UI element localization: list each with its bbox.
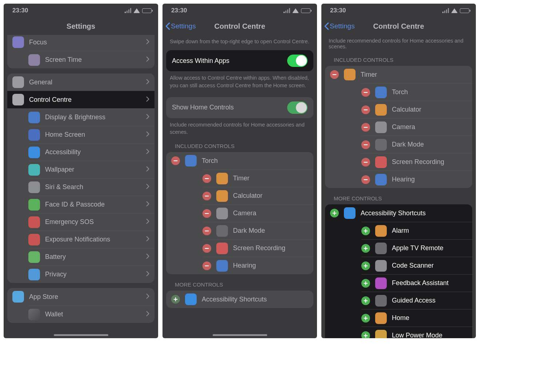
included-row-hearing[interactable]: Hearing <box>361 171 472 188</box>
included-row-calculator[interactable]: Calculator <box>361 101 472 118</box>
remove-button[interactable] <box>202 192 211 200</box>
add-button[interactable] <box>361 244 370 253</box>
more-row-accessibility-shortcuts[interactable]: Accessibility Shortcuts <box>325 204 472 222</box>
more-row-apple-tv-remote[interactable]: Apple TV Remote <box>361 239 472 257</box>
status-time: 23:30 <box>171 7 187 14</box>
show-home-controls-row[interactable]: Show Home Controls <box>166 97 313 118</box>
drag-handle-icon[interactable] <box>459 123 467 131</box>
back-button[interactable]: Settings <box>324 22 355 30</box>
included-row-timer[interactable]: Timer <box>202 169 313 187</box>
included-row-screen-recording[interactable]: Screen Recording <box>202 239 313 257</box>
drag-handle-icon[interactable] <box>459 141 467 148</box>
settings-row-app-store[interactable]: App Store <box>7 288 154 305</box>
chevron-right-icon <box>146 148 149 156</box>
settings-row-focus[interactable]: Focus <box>7 35 154 51</box>
drag-handle-icon[interactable] <box>300 244 308 252</box>
included-row-camera[interactable]: Camera <box>361 118 472 136</box>
add-button[interactable] <box>171 295 180 304</box>
chevron-right-icon <box>146 166 149 173</box>
remove-button[interactable] <box>171 156 180 165</box>
settings-row-exposure-notifications[interactable]: Exposure Notifications <box>28 231 154 248</box>
remove-button[interactable] <box>202 227 211 235</box>
drag-handle-icon[interactable] <box>459 106 467 113</box>
settings-row-screen-time[interactable]: Screen Time <box>28 51 154 68</box>
add-button[interactable] <box>361 227 370 235</box>
settings-row-siri-search[interactable]: Siri & Search <box>28 178 154 196</box>
included-row-dark-mode[interactable]: Dark Mode <box>202 222 313 239</box>
included-row-hearing[interactable]: Hearing <box>202 257 313 274</box>
drag-handle-icon[interactable] <box>300 227 308 235</box>
chevron-right-icon <box>146 311 149 318</box>
included-row-timer[interactable]: Timer <box>325 66 472 83</box>
settings-row-general[interactable]: General <box>7 73 154 91</box>
add-button[interactable] <box>361 296 370 305</box>
add-button[interactable] <box>361 279 370 288</box>
drag-handle-icon[interactable] <box>459 71 467 79</box>
more-row-home[interactable]: Home <box>361 309 472 327</box>
remove-button[interactable] <box>330 70 339 79</box>
more-row-low-power-mode[interactable]: Low Power Mode <box>361 327 472 338</box>
settings-row-emergency-sos[interactable]: Emergency SOS <box>28 213 154 231</box>
remove-button[interactable] <box>361 175 370 184</box>
row-label: Privacy <box>45 271 146 278</box>
settings-row-battery[interactable]: Battery <box>28 248 154 265</box>
settings-row-display-brightness[interactable]: Display & Brightness <box>28 108 154 126</box>
drag-handle-icon[interactable] <box>459 176 467 183</box>
drag-handle-icon[interactable] <box>459 88 467 96</box>
settings-row-accessibility[interactable]: Accessibility <box>28 143 154 161</box>
remove-button[interactable] <box>361 123 370 132</box>
more-row-feedback-assistant[interactable]: Feedback Assistant <box>361 274 472 292</box>
settings-row-face-id-passcode[interactable]: Face ID & Passcode <box>28 196 154 213</box>
remove-button[interactable] <box>361 105 370 114</box>
settings-row-control-centre[interactable]: Control Centre <box>7 91 154 108</box>
included-row-calculator[interactable]: Calculator <box>202 187 313 204</box>
remove-button[interactable] <box>202 209 211 218</box>
settings-row-home-screen[interactable]: Home Screen <box>28 126 154 143</box>
more-row-code-scanner[interactable]: Code Scanner <box>361 257 472 274</box>
included-row-torch[interactable]: Torch <box>361 83 472 101</box>
remove-button[interactable] <box>361 140 370 149</box>
hearing-icon <box>216 260 228 272</box>
included-row-screen-recording[interactable]: Screen Recording <box>361 153 472 171</box>
remove-button[interactable] <box>361 88 370 97</box>
more-dim-row-accessibility-shortcuts[interactable]: Accessibility Shortcuts <box>166 291 313 308</box>
settings-row-wallet[interactable]: Wallet <box>28 305 154 323</box>
access-within-apps-row[interactable]: Access Within Apps <box>166 50 313 71</box>
home-desc-partial: Include recommended controls for Home ac… <box>321 35 476 49</box>
add-button[interactable] <box>361 314 370 323</box>
drag-handle-icon[interactable] <box>300 262 308 269</box>
remove-button[interactable] <box>202 244 211 253</box>
dark-mode-icon <box>375 139 387 151</box>
drag-handle-icon[interactable] <box>300 192 308 200</box>
row-label: App Store <box>29 293 146 301</box>
back-button[interactable]: Settings <box>165 22 196 30</box>
drag-handle-icon[interactable] <box>300 175 308 182</box>
status-bar: 23:30 <box>4 4 158 17</box>
battery-icon <box>142 8 152 13</box>
row-label: Feedback Assistant <box>392 279 467 287</box>
chevron-right-icon <box>146 293 149 301</box>
included-row-camera[interactable]: Camera <box>202 204 313 222</box>
access-within-apps-toggle[interactable] <box>287 55 308 67</box>
settings-row-wallpaper[interactable]: Wallpaper <box>28 161 154 178</box>
drag-handle-icon[interactable] <box>459 158 467 166</box>
drag-handle-icon[interactable] <box>300 209 308 217</box>
add-button[interactable] <box>330 209 339 217</box>
included-row-dark-mode[interactable]: Dark Mode <box>361 136 472 153</box>
more-row-guided-access[interactable]: Guided Access <box>361 292 472 309</box>
wifi-icon <box>292 8 299 13</box>
add-button[interactable] <box>361 331 370 339</box>
drag-handle-icon[interactable] <box>300 157 308 165</box>
included-row-torch[interactable]: Torch <box>166 152 313 169</box>
settings-row-privacy[interactable]: Privacy <box>28 265 154 283</box>
remove-button[interactable] <box>202 174 211 183</box>
calculator-icon <box>375 104 387 116</box>
remove-button[interactable] <box>202 261 211 270</box>
remove-button[interactable] <box>361 158 370 167</box>
home-desc: Include recommended controls for Home ac… <box>162 118 317 136</box>
show-home-controls-toggle[interactable] <box>287 101 308 114</box>
home-indicator[interactable] <box>54 334 108 336</box>
more-row-alarm[interactable]: Alarm <box>361 222 472 239</box>
add-button[interactable] <box>361 261 370 270</box>
home-indicator[interactable] <box>213 334 267 336</box>
